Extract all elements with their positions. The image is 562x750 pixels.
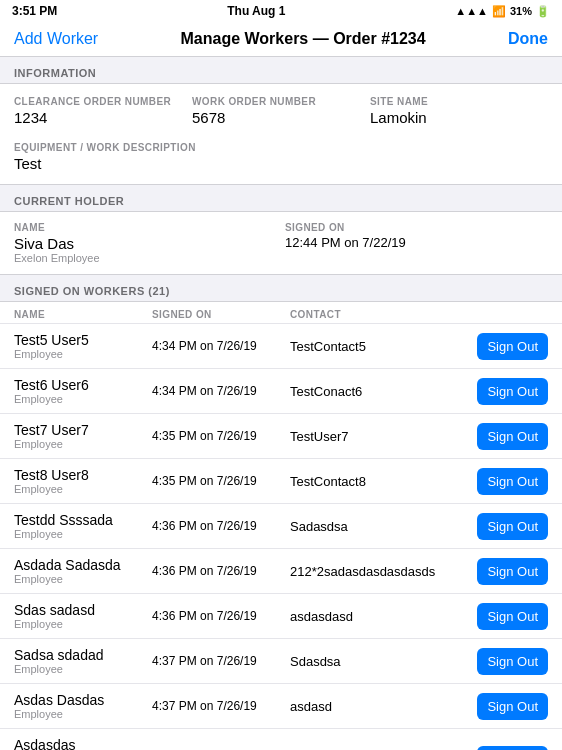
worker-action-col: Sign Out <box>468 693 548 720</box>
site-name-cell: SITE NAME Lamokin <box>370 96 548 126</box>
site-name-label: SITE NAME <box>370 96 548 107</box>
worker-contact-col: Sadasdsa <box>290 519 460 534</box>
worker-info-col: Test8 User8 Employee <box>14 467 144 495</box>
worker-info-col: Asdada Sadasda Employee <box>14 557 144 585</box>
worker-signed-col: 4:34 PM on 7/26/19 <box>152 384 282 398</box>
workers-list: NAME SIGNED ON CONTACT Test5 User5 Emplo… <box>0 301 562 750</box>
worker-contact-col: 212*2sadasdasdasdasds <box>290 564 460 579</box>
workers-rows-container: Test5 User5 Employee 4:34 PM on 7/26/19 … <box>0 324 562 750</box>
sign-out-button[interactable]: Sign Out <box>477 333 548 360</box>
worker-signed-on: 4:37 PM on 7/26/19 <box>152 654 282 668</box>
table-row: Test8 User8 Employee 4:35 PM on 7/26/19 … <box>0 459 562 504</box>
worker-contact-col: TestContact5 <box>290 339 460 354</box>
clearance-order-value: 1234 <box>14 109 192 126</box>
worker-signed-col: 4:36 PM on 7/26/19 <box>152 609 282 623</box>
worker-signed-col: 4:36 PM on 7/26/19 <box>152 519 282 533</box>
sign-out-button[interactable]: Sign Out <box>477 513 548 540</box>
worker-contact: Sdasdsa <box>290 654 460 669</box>
information-section-header: INFORMATION <box>0 57 562 83</box>
worker-signed-col: 4:35 PM on 7/26/19 <box>152 429 282 443</box>
worker-action-col: Sign Out <box>468 378 548 405</box>
worker-role: Employee <box>14 573 144 585</box>
table-row: Test6 User6 Employee 4:34 PM on 7/26/19 … <box>0 369 562 414</box>
worker-contact: asdasdasd <box>290 609 460 624</box>
worker-info-col: Test7 User7 Employee <box>14 422 144 450</box>
sign-out-button[interactable]: Sign Out <box>477 603 548 630</box>
worker-role: Employee <box>14 618 144 630</box>
worker-contact: TestUser7 <box>290 429 460 444</box>
worker-info-col: Sdas sadasd Employee <box>14 602 144 630</box>
worker-name: Testdd Ssssada <box>14 512 144 528</box>
sign-out-button[interactable]: Sign Out <box>477 693 548 720</box>
table-row: Asdasdas sadasdasd Employee 4:37 PM on 7… <box>0 729 562 750</box>
worker-signed-col: 4:36 PM on 7/26/19 <box>152 564 282 578</box>
table-row: Sdas sadasd Employee 4:36 PM on 7/26/19 … <box>0 594 562 639</box>
worker-name: Asdas Dasdas <box>14 692 144 708</box>
sign-out-button[interactable]: Sign Out <box>477 746 548 751</box>
worker-action-col: Sign Out <box>468 468 548 495</box>
worker-action-col: Sign Out <box>468 558 548 585</box>
worker-role: Employee <box>14 438 144 450</box>
site-name-value: Lamokin <box>370 109 548 126</box>
worker-role: Employee <box>14 483 144 495</box>
worker-role: Employee <box>14 348 144 360</box>
current-holder-card: NAME Siva Das Exelon Employee SIGNED ON … <box>0 211 562 275</box>
clearance-order-label: CLEARANCE ORDER NUMBER <box>14 96 192 107</box>
sign-out-button[interactable]: Sign Out <box>477 558 548 585</box>
worker-signed-col: 4:37 PM on 7/26/19 <box>152 699 282 713</box>
worker-contact-col: Sdasdsa <box>290 654 460 669</box>
done-button[interactable]: Done <box>508 30 548 48</box>
worker-contact: Sadasdsa <box>290 519 460 534</box>
worker-contact-col: asdasdasd <box>290 609 460 624</box>
work-order-cell: WORK ORDER NUMBER 5678 <box>192 96 370 126</box>
holder-signed-col: SIGNED ON 12:44 PM on 7/22/19 <box>285 222 548 264</box>
worker-signed-on: 4:37 PM on 7/26/19 <box>152 699 282 713</box>
worker-signed-on: 4:35 PM on 7/26/19 <box>152 429 282 443</box>
worker-info-col: Asdasdas sadasdasd Employee <box>14 737 144 750</box>
equipment-label: EQUIPMENT / WORK DESCRIPTION <box>14 142 548 153</box>
holder-signed-label: SIGNED ON <box>285 222 548 233</box>
equipment-value: Test <box>14 155 548 172</box>
table-row: Test7 User7 Employee 4:35 PM on 7/26/19 … <box>0 414 562 459</box>
worker-action-col: Sign Out <box>468 746 548 751</box>
worker-signed-on: 4:34 PM on 7/26/19 <box>152 384 282 398</box>
sign-out-button[interactable]: Sign Out <box>477 378 548 405</box>
worker-contact: TestContact8 <box>290 474 460 489</box>
table-row: Testdd Ssssada Employee 4:36 PM on 7/26/… <box>0 504 562 549</box>
worker-contact: asdasd <box>290 699 460 714</box>
worker-signed-on: 4:36 PM on 7/26/19 <box>152 519 282 533</box>
equipment-cell: EQUIPMENT / WORK DESCRIPTION Test <box>14 142 548 172</box>
worker-signed-on: 4:34 PM on 7/26/19 <box>152 339 282 353</box>
worker-contact: TestContact5 <box>290 339 460 354</box>
worker-info-col: Sadsa sdadad Employee <box>14 647 144 675</box>
worker-name: Test6 User6 <box>14 377 144 393</box>
worker-contact-col: TestUser7 <box>290 429 460 444</box>
nav-bar: Add Worker Manage Workers — Order #1234 … <box>0 22 562 57</box>
name-col-header: NAME <box>14 309 45 320</box>
sign-out-button[interactable]: Sign Out <box>477 648 548 675</box>
worker-contact-col: asdasd <box>290 699 460 714</box>
worker-contact: 212*2sadasdasdasdasds <box>290 564 460 579</box>
workers-column-headers: NAME SIGNED ON CONTACT <box>0 302 562 324</box>
sign-out-button[interactable]: Sign Out <box>477 468 548 495</box>
clearance-order-cell: CLEARANCE ORDER NUMBER 1234 <box>14 96 192 126</box>
current-holder-section-header: CURRENT HOLDER <box>0 185 562 211</box>
holder-name-value: Siva Das <box>14 235 277 252</box>
worker-role: Employee <box>14 393 144 405</box>
worker-info-col: Testdd Ssssada Employee <box>14 512 144 540</box>
worker-signed-on: 4:35 PM on 7/26/19 <box>152 474 282 488</box>
worker-action-col: Sign Out <box>468 423 548 450</box>
worker-signed-col: 4:34 PM on 7/26/19 <box>152 339 282 353</box>
work-order-value: 5678 <box>192 109 370 126</box>
sign-out-button[interactable]: Sign Out <box>477 423 548 450</box>
holder-signed-value: 12:44 PM on 7/22/19 <box>285 235 548 250</box>
worker-info-col: Asdas Dasdas Employee <box>14 692 144 720</box>
holder-name-label: NAME <box>14 222 277 233</box>
workers-section-header: SIGNED ON WORKERS (21) <box>0 275 562 301</box>
worker-name: Sadsa sdadad <box>14 647 144 663</box>
worker-action-col: Sign Out <box>468 513 548 540</box>
add-worker-button[interactable]: Add Worker <box>14 30 98 48</box>
information-card: CLEARANCE ORDER NUMBER 1234 WORK ORDER N… <box>0 83 562 185</box>
worker-info-col: Test6 User6 Employee <box>14 377 144 405</box>
worker-signed-col: 4:37 PM on 7/26/19 <box>152 654 282 668</box>
